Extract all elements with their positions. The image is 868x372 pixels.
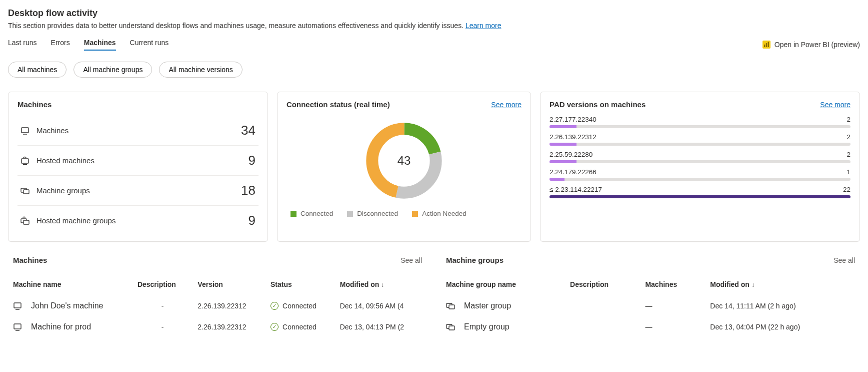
pad-bar-track (550, 160, 850, 163)
connection-legend: ConnectedDisconnectedAction Needed (290, 210, 522, 217)
legend-label: Disconnected (357, 210, 398, 217)
machines-summary-card: Machines Machines 34 Hosted machines 9 M… (8, 92, 268, 242)
machine-groups-table-card: Machine groups See all Machine group nam… (441, 256, 860, 337)
machine-description: - (132, 295, 192, 316)
connection-donut-chart: 43 (286, 116, 522, 206)
stat-value: 9 (248, 213, 256, 228)
pad-bar-track (550, 178, 850, 181)
machine-version: 2.26.139.22312 (192, 295, 266, 316)
legend-swatch (347, 211, 353, 217)
stat-row-hosted-machine-groups[interactable]: Hosted machine groups 9 (18, 206, 258, 235)
group-machines-count: — (640, 295, 705, 316)
column-header-status[interactable]: Status (266, 275, 335, 295)
pad-see-more-link[interactable]: See more (820, 101, 850, 109)
open-in-powerbi-button[interactable]: Open in Power BI (preview) (762, 41, 860, 49)
pad-bar-fill (550, 143, 576, 146)
machines-see-all-link[interactable]: See all (400, 256, 422, 264)
connection-status-title: Connection status (real time) (286, 100, 390, 109)
machine-version: 2.26.139.22312 (192, 316, 266, 337)
filter-pill-all-machine-versions[interactable]: All machine versions (159, 62, 242, 78)
tab-current-runs[interactable]: Current runs (130, 39, 169, 51)
pad-version-count: 22 (843, 186, 850, 193)
machine-name: John Doe's machine (31, 301, 103, 310)
pad-version-label: 2.24.179.22266 (550, 168, 596, 176)
legend-label: Action Needed (422, 210, 466, 217)
table-row[interactable]: Machine for prod - 2.26.139.22312 ✓Conne… (8, 316, 427, 337)
legend-item-action-needed: Action Needed (412, 210, 466, 217)
donut-center-value: 43 (398, 154, 411, 167)
legend-item-connected: Connected (290, 210, 333, 217)
pad-version-label: ≤ 2.23.114.22217 (550, 186, 602, 193)
group-name: Empty group (464, 322, 510, 331)
tab-errors[interactable]: Errors (51, 39, 70, 51)
groups-see-all-link[interactable]: See all (834, 256, 855, 264)
legend-label: Connected (300, 210, 333, 217)
pad-version-row[interactable]: 2.26.139.22312 2 (550, 133, 850, 146)
check-circle-icon: ✓ (270, 302, 278, 310)
group-machines-count: — (640, 316, 705, 337)
legend-item-disconnected: Disconnected (347, 210, 398, 217)
pad-version-row[interactable]: ≤ 2.23.114.22217 22 (550, 186, 850, 198)
machines-table-card: Machines See all Machine nameDescription… (8, 256, 427, 337)
machine-name: Machine for prod (31, 322, 91, 331)
pad-version-row[interactable]: 2.24.179.22266 1 (550, 168, 850, 181)
stat-row-machines[interactable]: Machines 34 (18, 116, 258, 146)
column-header-modified-on[interactable]: Modified on↓ (335, 275, 427, 295)
stat-value: 18 (241, 183, 256, 198)
stat-label-text: Machine groups (36, 186, 90, 195)
column-header-modified-on[interactable]: Modified on↓ (705, 275, 860, 295)
machine-status: Connected (282, 323, 316, 331)
table-row[interactable]: Empty group — Dec 13, 04:04 PM (22 h ago… (441, 316, 860, 337)
open-in-powerbi-label: Open in Power BI (preview) (774, 41, 860, 49)
sort-arrow-down-icon: ↓ (752, 281, 754, 288)
table-row[interactable]: John Doe's machine - 2.26.139.22312 ✓Con… (8, 295, 427, 316)
connection-see-more-link[interactable]: See more (491, 101, 522, 109)
pad-version-row[interactable]: 2.27.177.22340 2 (550, 116, 850, 128)
subtitle-text: This section provides data to better und… (8, 22, 466, 30)
pad-version-label: 2.25.59.22280 (550, 151, 592, 158)
pad-bar-fill (550, 125, 576, 128)
stat-row-machine-groups[interactable]: Machine groups 18 (18, 176, 258, 206)
learn-more-link[interactable]: Learn more (466, 22, 502, 30)
tabs-bar: Last runsErrorsMachinesCurrent runs (8, 39, 168, 51)
column-header-description[interactable]: Description (132, 275, 192, 295)
machines-card-title: Machines (18, 100, 52, 109)
desktop-group-icon (446, 301, 455, 310)
cloud-group-icon (20, 216, 30, 225)
stat-label-text: Hosted machines (36, 156, 94, 165)
pad-bar-fill (550, 195, 850, 198)
filter-pill-all-machines[interactable]: All machines (8, 62, 66, 78)
pad-versions-title: PAD versions on machines (550, 100, 646, 109)
tab-machines[interactable]: Machines (84, 39, 116, 51)
pad-bar-fill (550, 178, 564, 181)
filter-pills-row: All machinesAll machine groupsAll machin… (8, 62, 860, 78)
page-subtitle: This section provides data to better und… (8, 22, 860, 30)
check-circle-icon: ✓ (270, 323, 278, 331)
column-header-machine-group-name[interactable]: Machine group name (441, 275, 565, 295)
column-header-machines[interactable]: Machines (640, 275, 705, 295)
filter-pill-all-machine-groups[interactable]: All machine groups (74, 62, 152, 78)
group-modified: Dec 14, 11:11 AM (2 h ago) (705, 295, 860, 316)
pad-version-label: 2.27.177.22340 (550, 116, 596, 123)
column-header-description[interactable]: Description (565, 275, 640, 295)
machine-status: Connected (282, 302, 316, 310)
column-header-machine-name[interactable]: Machine name (8, 275, 132, 295)
desktop-icon (13, 322, 22, 331)
stat-row-hosted-machines[interactable]: Hosted machines 9 (18, 146, 258, 176)
group-name: Master group (464, 301, 511, 310)
pad-version-row[interactable]: 2.25.59.22280 2 (550, 151, 850, 163)
machines-table-title: Machines (13, 256, 47, 264)
desktop-icon (13, 301, 22, 310)
tab-last-runs[interactable]: Last runs (8, 39, 37, 51)
column-header-version[interactable]: Version (192, 275, 266, 295)
pad-version-count: 1 (846, 168, 850, 176)
desktop-group-icon (20, 186, 30, 195)
page-title: Desktop flow activity (8, 8, 860, 19)
machine-modified: Dec 14, 09:56 AM (4 (335, 295, 427, 316)
stat-label-text: Hosted machine groups (36, 216, 116, 225)
table-row[interactable]: Master group — Dec 14, 11:11 AM (2 h ago… (441, 295, 860, 316)
stat-value: 34 (241, 123, 256, 138)
machines-table: Machine nameDescriptionVersionStatusModi… (8, 275, 427, 337)
pad-bar-fill (550, 160, 576, 163)
powerbi-icon (762, 41, 770, 49)
